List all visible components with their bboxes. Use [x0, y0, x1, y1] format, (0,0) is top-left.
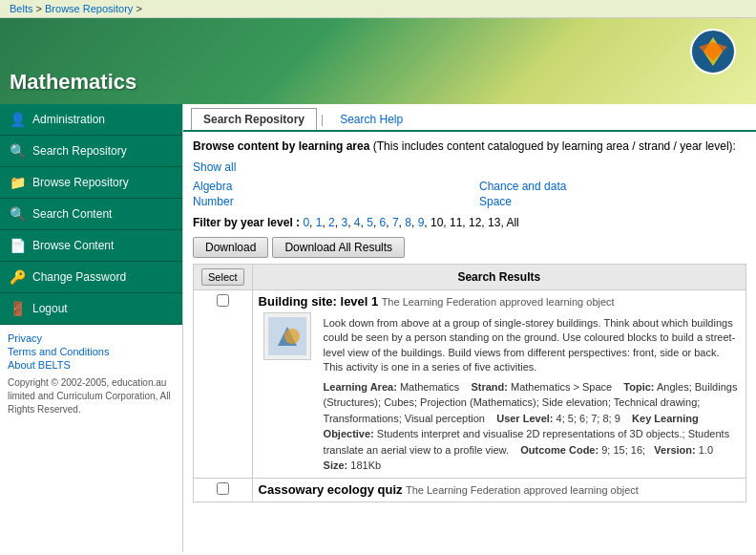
filter-year-0[interactable]: 0 [303, 216, 309, 229]
header: Mathematics [0, 18, 756, 104]
filter-year-2[interactable]: 2 [328, 216, 335, 229]
checkbox-1[interactable] [217, 294, 229, 307]
terms-link[interactable]: Terms and Conditions [8, 346, 175, 357]
sidebar-item-administration[interactable]: 👤 Administration [0, 104, 182, 136]
result-title-row-2: Cassowary ecology quiz The Learning Fede… [259, 482, 740, 497]
filter-year-7[interactable]: 7 [392, 216, 399, 229]
result-meta-1: Learning Area: Mathematics Strand: Mathe… [324, 379, 740, 474]
main-content: Search Repository | Search Help Browse c… [183, 104, 756, 552]
sidebar-item-search-content[interactable]: 🔍 Search Content [0, 199, 182, 230]
sidebar-item-browse-content[interactable]: 📄 Browse Content [0, 230, 182, 262]
result-title-2: Cassowary ecology quiz [259, 482, 403, 497]
table-row: Cassowary ecology quiz The Learning Fede… [194, 478, 746, 502]
topic-number[interactable]: Number [193, 195, 460, 208]
action-buttons: Download Download All Results [193, 237, 746, 258]
content-area: Browse content by learning area (This in… [183, 132, 756, 510]
result-checkbox-2 [194, 478, 253, 502]
topics-grid: Algebra Chance and data Number Space [193, 180, 746, 208]
learning-area-1: Mathematics [400, 381, 459, 393]
filter-year-9[interactable]: 9 [418, 216, 425, 229]
breadcrumb-browse-repository[interactable]: Browse Repository [45, 3, 133, 14]
result-thumbnail-1 [259, 312, 316, 474]
search-content-icon: 🔍 [8, 204, 27, 224]
result-detail-2: Cassowary ecology quiz The Learning Fede… [252, 478, 746, 502]
filter-year-4[interactable]: 4 [354, 216, 361, 229]
size-1: 181Kb [350, 459, 381, 471]
header-logo [689, 28, 737, 75]
results-table: Select Search Results Building site: le [193, 264, 746, 502]
filter-year-6[interactable]: 6 [380, 216, 387, 229]
show-all-link[interactable]: Show all [193, 160, 746, 174]
select-button[interactable]: Select [201, 268, 244, 286]
result-title-1: Building site: level 1 [259, 294, 379, 309]
filter-year-8[interactable]: 8 [405, 216, 411, 229]
tabs-bar: Search Repository | Search Help [183, 104, 756, 132]
copyright-text: Copyright © 2002-2005, education.au limi… [8, 376, 175, 416]
user-level-1: 4; 5; 6; 7; 8; 9 [556, 413, 620, 424]
sidebar-item-label: Browse Content [32, 239, 114, 252]
filter-year-rest: 10, 11, 12, 13, All [430, 216, 519, 229]
sidebar-item-search-repository[interactable]: 🔍 Search Repository [0, 136, 182, 167]
result-checkbox-1 [194, 290, 253, 479]
tab-search-help[interactable]: Search Help [327, 108, 415, 130]
topic-chance-data[interactable]: Chance and data [479, 180, 746, 193]
filter-year-1[interactable]: 1 [316, 216, 323, 229]
tab-search-repository[interactable]: Search Repository [191, 108, 317, 130]
sidebar-item-browse-repository[interactable]: 📁 Browse Repository [0, 167, 182, 199]
sidebar-item-label: Logout [32, 302, 68, 315]
browse-content-icon: 📄 [8, 236, 27, 255]
sidebar-item-logout[interactable]: 🚪 Logout [0, 293, 182, 325]
thumb-image-1 [263, 312, 311, 360]
browse-title: Browse content by learning area (This in… [193, 139, 746, 153]
filter-label: Filter by year level : [193, 216, 303, 229]
sidebar: 👤 Administration 🔍 Search Repository 📁 B… [0, 104, 183, 552]
filter-year-5[interactable]: 5 [367, 216, 373, 229]
version-1: 1.0 [699, 444, 713, 456]
search-repository-icon: 🔍 [8, 141, 27, 160]
filter-year-3[interactable]: 3 [341, 216, 347, 229]
breadcrumb: Belts > Browse Repository > [0, 0, 756, 18]
download-all-button[interactable]: Download All Results [272, 237, 405, 258]
outcome-code-1: 9; 15; 16 [601, 444, 642, 456]
about-link[interactable]: About BELTS [8, 359, 175, 371]
logout-icon: 🚪 [8, 299, 27, 318]
select-col-header: Select [194, 265, 253, 290]
download-button[interactable]: Download [193, 237, 268, 258]
sidebar-item-label: Search Repository [32, 144, 127, 158]
results-header: Search Results [252, 265, 746, 290]
browse-repository-icon: 📁 [8, 173, 27, 192]
result-suffix-2: The Learning Federation approved learnin… [406, 484, 639, 496]
administration-icon: 👤 [8, 110, 27, 129]
sidebar-item-label: Change Password [32, 270, 126, 284]
result-detail-1: Building site: level 1 The Learning Fede… [252, 290, 746, 479]
sidebar-item-label: Browse Repository [32, 176, 129, 189]
sidebar-footer: Privacy Terms and Conditions About BELTS… [0, 325, 182, 424]
result-text-1: Look down from above at a group of singl… [324, 312, 740, 474]
table-row: Building site: level 1 The Learning Fede… [194, 290, 746, 479]
strand-1: Mathematics > Space [511, 381, 612, 393]
privacy-link[interactable]: Privacy [8, 332, 175, 344]
browse-title-sub: (This includes content catalogued by lea… [373, 139, 736, 153]
filter-bar: Filter by year level : 0, 1, 2, 3, 4, 5,… [193, 216, 746, 229]
page-title: Mathematics [10, 70, 136, 95]
topic-space[interactable]: Space [479, 195, 746, 208]
sidebar-item-change-password[interactable]: 🔑 Change Password [0, 262, 182, 293]
sidebar-item-label: Search Content [32, 207, 112, 221]
svg-point-3 [284, 329, 300, 344]
main-layout: 👤 Administration 🔍 Search Repository 📁 B… [0, 104, 756, 552]
topic-algebra[interactable]: Algebra [193, 180, 460, 193]
result-suffix-1: The Learning Federation approved learnin… [382, 296, 615, 308]
result-title-row: Building site: level 1 The Learning Fede… [259, 294, 740, 309]
result-desc-1: Look down from above at a group of singl… [324, 316, 740, 375]
breadcrumb-belts[interactable]: Belts [10, 3, 32, 14]
change-password-icon: 🔑 [8, 267, 27, 287]
checkbox-2[interactable] [217, 482, 229, 495]
sidebar-item-label: Administration [32, 113, 105, 126]
browse-title-bold: Browse content by learning area [193, 139, 369, 153]
result-body-1: Look down from above at a group of singl… [259, 312, 740, 474]
